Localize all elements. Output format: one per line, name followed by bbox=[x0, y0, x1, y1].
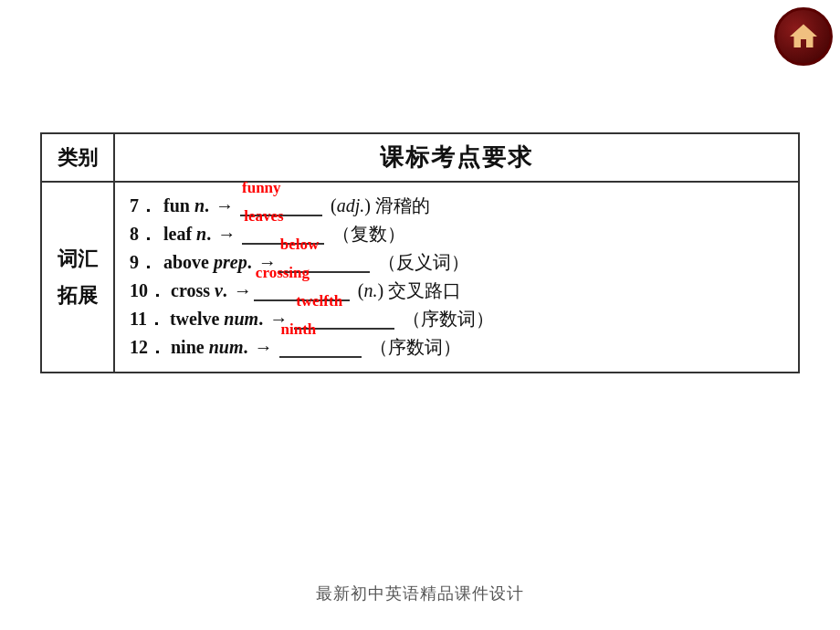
home-button[interactable] bbox=[774, 7, 833, 66]
list-item: 12． nine num. → ninth （序数词） bbox=[130, 338, 783, 358]
vocabulary-table: 类别 课标考点要求 词汇拓展 7． fun n. → bbox=[40, 132, 800, 373]
list-item: 9． above prep. → below （反义词） bbox=[130, 253, 783, 273]
footer-text: 最新初中英语精品课件设计 bbox=[0, 583, 840, 604]
list-item: 7． fun n. → funny (adj.) 滑稽的 bbox=[130, 196, 783, 216]
list-item: 8． leaf n. → leaves （复数） bbox=[130, 225, 783, 245]
col-header: 类别 bbox=[41, 133, 114, 182]
home-icon bbox=[787, 20, 820, 53]
list-item: 10． cross v. → crossing (n.) 交叉路口 bbox=[130, 281, 783, 301]
list-item: 11． twelve num. → twelfth （序数词） bbox=[130, 310, 783, 330]
category-cell: 词汇拓展 bbox=[41, 182, 114, 373]
main-header: 课标考点要求 bbox=[114, 133, 799, 182]
main-table-container: 类别 课标考点要求 词汇拓展 7． fun n. → bbox=[40, 132, 800, 373]
content-cell: 7． fun n. → funny (adj.) 滑稽的 8． bbox=[114, 182, 799, 373]
